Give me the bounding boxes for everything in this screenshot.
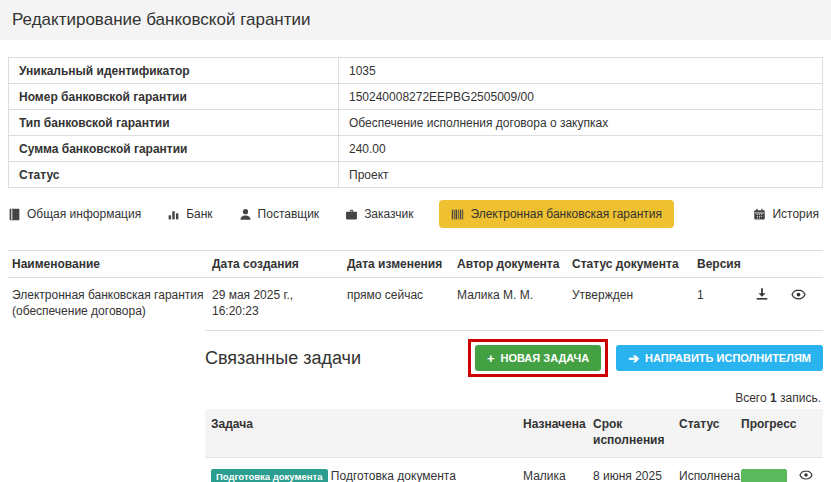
plus-icon: +: [487, 352, 495, 365]
eye-icon[interactable]: [799, 468, 813, 482]
document-name: Электронная банковская гарантия (обеспеч…: [8, 278, 208, 324]
column-header: [787, 251, 823, 278]
briefcase-icon: [345, 208, 358, 221]
document-version: 1: [693, 278, 751, 324]
annotation-highlight: + НОВАЯ ЗАДАЧА: [468, 339, 608, 377]
tab-label: Поставщик: [258, 207, 320, 221]
table-row: Номер банковской гарантии 150240008272EE…: [9, 84, 823, 110]
column-header: [751, 251, 787, 278]
detail-label: Номер банковской гарантии: [9, 84, 339, 110]
column-header: Автор документа: [453, 251, 568, 278]
table-header-row: Наименование Дата создания Дата изменени…: [8, 251, 823, 278]
calendar-icon: [753, 208, 766, 221]
tab-bar: Общая информация Банк Поставщик Заказчик…: [8, 199, 823, 229]
tab-bank[interactable]: Банк: [167, 207, 212, 221]
column-header: Статус документа: [568, 251, 693, 278]
column-header: Дата создания: [208, 251, 343, 278]
tab-customer[interactable]: Заказчик: [345, 207, 413, 221]
column-header: Задача: [205, 409, 517, 457]
task-deadline: 8 июня 2025 г.: [587, 457, 673, 482]
guarantee-details-table: Уникальный идентификатор 1035 Номер банк…: [8, 57, 823, 188]
tab-electronic-bank-guarantee[interactable]: Электронная банковская гарантия: [439, 200, 674, 228]
related-tasks-panel: Связанные задачи + НОВАЯ ЗАДАЧА ➔ НАПРАВ…: [205, 330, 823, 482]
tasks-table: Задача Назначена Срок исполнения Статус …: [205, 409, 823, 482]
task-assignee: Малика М. М.: [517, 457, 587, 482]
document-status: Утвержден: [568, 278, 693, 324]
detail-label: Сумма банковской гарантии: [9, 136, 339, 162]
records-count-value: 1: [770, 391, 777, 405]
document-created: 29 мая 2025 г., 16:20:23: [208, 278, 343, 324]
detail-label: Статус: [9, 162, 339, 188]
tab-label: Электронная банковская гарантия: [470, 207, 662, 221]
barcode-icon: [451, 208, 464, 221]
detail-value: 240.00: [339, 136, 823, 162]
send-to-executors-button[interactable]: ➔ НАПРАВИТЬ ИСПОЛНИТЕЛЯМ: [616, 345, 823, 371]
task-name-cell: Подготовка документа Подготовка документ…: [205, 457, 517, 482]
task-progress-bar: [741, 469, 787, 482]
column-header: Дата изменения: [343, 251, 453, 278]
detail-label: Уникальный идентификатор: [9, 58, 339, 84]
tab-supplier[interactable]: Поставщик: [239, 207, 320, 221]
column-header: Назначена: [517, 409, 587, 457]
table-row: Подготовка документа Подготовка документ…: [205, 457, 823, 482]
book-icon: [8, 208, 21, 221]
column-header: Наименование: [8, 251, 208, 278]
table-row: Сумма банковской гарантии 240.00: [9, 136, 823, 162]
column-header: Версия: [693, 251, 751, 278]
page-title: Редактирование банковской гарантии: [12, 10, 311, 30]
detail-value: Обеспечение исполнения договора о закупк…: [339, 110, 823, 136]
column-header: Статус: [673, 409, 735, 457]
documents-table: Наименование Дата создания Дата изменени…: [8, 250, 823, 323]
table-row: Электронная банковская гарантия (обеспеч…: [8, 278, 823, 324]
task-type-badge: Подготовка документа: [211, 469, 328, 482]
related-tasks-title: Связанные задачи: [205, 348, 468, 369]
arrow-right-icon: ➔: [628, 352, 639, 365]
table-row: Статус Проект: [9, 162, 823, 188]
send-button-label: НАПРАВИТЬ ИСПОЛНИТЕЛЯМ: [645, 352, 811, 364]
bar-chart-icon: [167, 208, 180, 221]
tab-general-info[interactable]: Общая информация: [8, 207, 141, 221]
tab-history[interactable]: История: [753, 207, 819, 221]
table-row: Тип банковской гарантии Обеспечение испо…: [9, 110, 823, 136]
detail-value: 150240008272EEPBG2505009/00: [339, 84, 823, 110]
tab-label: Общая информация: [27, 207, 141, 221]
document-author: Малика М. М.: [453, 278, 568, 324]
column-header: Прогресс: [735, 409, 793, 457]
download-icon[interactable]: [755, 287, 769, 301]
records-count-prefix: Всего: [735, 391, 766, 405]
detail-value: Проект: [339, 162, 823, 188]
records-count-suffix: запись.: [780, 391, 821, 405]
page-header: Редактирование банковской гарантии: [0, 0, 831, 40]
detail-label: Тип банковской гарантии: [9, 110, 339, 136]
tab-label: Заказчик: [364, 207, 413, 221]
column-header: Срок исполнения: [587, 409, 673, 457]
column-header: [793, 409, 823, 457]
document-modified: прямо сейчас: [343, 278, 453, 324]
detail-value: 1035: [339, 58, 823, 84]
table-header-row: Задача Назначена Срок исполнения Статус …: [205, 409, 823, 457]
eye-icon[interactable]: [791, 287, 806, 302]
records-count: Всего 1 запись.: [205, 391, 821, 405]
user-icon: [239, 208, 252, 221]
new-task-button[interactable]: + НОВАЯ ЗАДАЧА: [475, 345, 601, 371]
tab-label: Банк: [186, 207, 212, 221]
task-status: Исполнена: [673, 457, 735, 482]
table-row: Уникальный идентификатор 1035: [9, 58, 823, 84]
tab-label: История: [772, 207, 819, 221]
new-task-button-label: НОВАЯ ЗАДАЧА: [500, 352, 589, 364]
